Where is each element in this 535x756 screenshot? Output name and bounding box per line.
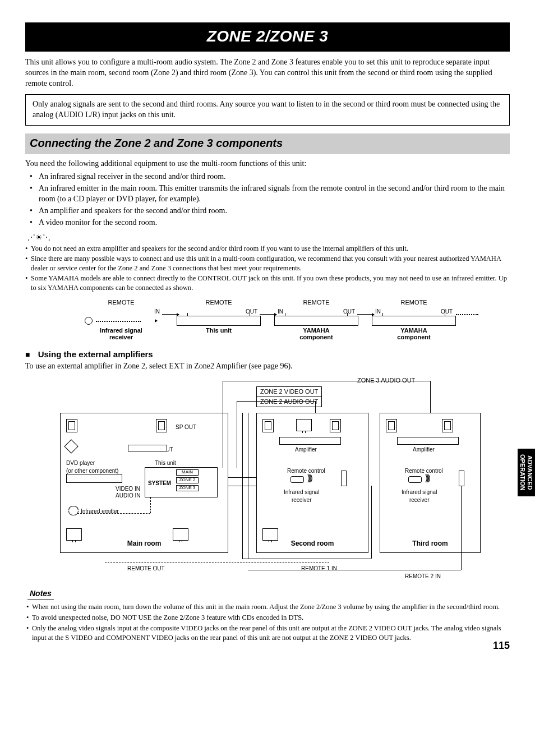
needs-list: An infrared signal receiver in the secon… (25, 172, 510, 228)
notes-list: When not using the main room, turn down … (25, 602, 510, 643)
notes-heading: Notes (27, 588, 54, 600)
amplifier-label: Amplifier (413, 446, 435, 454)
list-item: Since there are many possible ways to co… (25, 254, 510, 273)
ir-waves-icon: )))) (425, 473, 429, 483)
zone2-video-out-label: ZONE 2 VIDEO OUT (256, 386, 322, 397)
section-heading: Connecting the Zone 2 and Zone 3 compone… (25, 133, 510, 154)
tv-icon (296, 419, 312, 431)
remote-icon (408, 476, 422, 483)
speaker-icon (262, 419, 274, 432)
chain-label: Infrared signal receiver (79, 327, 163, 341)
ir-emitter-label: Infrared emitter (81, 508, 119, 515)
chain-label: This unit (177, 327, 261, 334)
audio-in-label: AUDIO IN (116, 492, 140, 500)
remote-icon (290, 476, 304, 483)
remote-label: REMOTE (79, 298, 163, 307)
chain-in: IN (154, 308, 160, 316)
chain-diagram: REMOTE IN Infrared signal receiver REMOT… (54, 298, 481, 341)
chain-item: REMOTE INOUT YAMAHA component (274, 298, 358, 341)
list-item: An infrared emitter in the main room. Th… (30, 183, 510, 205)
speaker-icon (386, 419, 397, 432)
main-room-box: SP OUT MONITOR OUT DVD player (or other … (60, 413, 228, 553)
system-label: SYSTEM (148, 480, 171, 487)
third-room-label: Third room (380, 539, 480, 548)
speaker-icon (330, 419, 341, 432)
ir-receiver-icon (341, 471, 347, 486)
zone3-label: ZONE 3 (176, 485, 199, 491)
list-item: A video monitor for the second room. (30, 218, 510, 228)
chain-out: OUT (246, 308, 257, 316)
ir-waves-icon: )))) (307, 473, 311, 483)
remote-control-label: Remote control (287, 467, 325, 475)
remote-control-label: Remote control (405, 467, 443, 475)
dvd-box (66, 474, 122, 483)
chain-item: REMOTE INOUT YAMAHA component (372, 298, 456, 341)
list-item: To avoid unexpected noise, DO NOT USE th… (25, 613, 510, 623)
sp-out-label: SP OUT (176, 423, 196, 431)
remote1-in-label: REMOTE 1 IN (301, 565, 337, 573)
speaker-icon (66, 419, 77, 432)
chain-item: REMOTE OUT This unit (177, 298, 261, 341)
chain-out: OUT (343, 308, 355, 316)
remote2-in-label: REMOTE 2 IN (405, 573, 441, 580)
chain-in: IN (375, 308, 381, 316)
tip-icon: ⋰☀⋱ (27, 233, 510, 243)
list-item: An amplifier and speakers for the second… (30, 206, 510, 216)
list-item: You do not need an extra amplifier and s… (25, 244, 510, 253)
amp-box (397, 437, 459, 445)
intro-text: This unit allows you to configure a mult… (25, 57, 510, 89)
zone2-label: ZONE 2 (176, 477, 199, 483)
analog-note-text: Only analog signals are sent to the seco… (33, 100, 500, 119)
remote-out-label: REMOTE OUT (127, 565, 165, 573)
dvd-label: DVD player (or other component) (66, 459, 118, 474)
chain-in: IN (278, 308, 283, 316)
chain-item: REMOTE IN Infrared signal receiver (79, 298, 163, 341)
page-title: ZONE 2/ZONE 3 (25, 22, 510, 52)
amp-box (279, 437, 341, 445)
list-item: An infrared signal receiver in the secon… (30, 172, 510, 182)
page-number: 115 (493, 639, 510, 652)
list-item: When not using the main room, turn down … (25, 602, 510, 612)
list-item: Only the analog video signals input at t… (25, 624, 510, 643)
main-label: MAIN (176, 469, 199, 476)
speaker-icon (442, 419, 453, 432)
remote-label: REMOTE (274, 298, 358, 307)
chain-label: YAMAHA component (274, 327, 358, 341)
diamond-icon (64, 439, 78, 453)
chain-label: YAMAHA component (372, 327, 456, 341)
second-room-label: Second room (257, 539, 368, 548)
need-line: You need the following additional equipm… (25, 159, 510, 169)
ir-receiver-icon (459, 471, 464, 486)
main-room-label: Main room (61, 539, 228, 548)
subsection-body: To use an external amplifier in Zone 2, … (25, 361, 510, 372)
chain-out: OUT (441, 308, 453, 316)
side-tab: ADVANCED OPERATION (518, 449, 535, 496)
second-room-box: Amplifier Remote control )))) Infrared s… (256, 413, 368, 553)
system-diagram: ZONE 3 AUDIO OUT ZONE 2 VIDEO OUT ZONE 2… (54, 376, 481, 578)
remote-label: REMOTE (177, 298, 261, 307)
amplifier-label: Amplifier (295, 446, 317, 454)
speaker-icon (156, 419, 167, 432)
third-room-box: Amplifier Remote control )))) Infrared s… (380, 413, 481, 553)
analog-note-box: Only analog signals are sent to the seco… (25, 94, 510, 126)
remote-label: REMOTE (372, 298, 456, 307)
ir-receiver-label: Infrared signal receiver (284, 488, 319, 504)
ir-receiver-label: Infrared signal receiver (402, 488, 437, 504)
zone2-audio-out-label: ZONE 2 AUDIO OUT (256, 397, 322, 407)
this-unit-label: This unit (155, 459, 176, 467)
subsection-heading: Using the external amplifiers (25, 349, 510, 360)
list-item: Some YAMAHA models are able to connect d… (25, 274, 510, 293)
tips-list: You do not need an extra amplifier and s… (25, 244, 510, 292)
emitter-icon (68, 506, 79, 510)
